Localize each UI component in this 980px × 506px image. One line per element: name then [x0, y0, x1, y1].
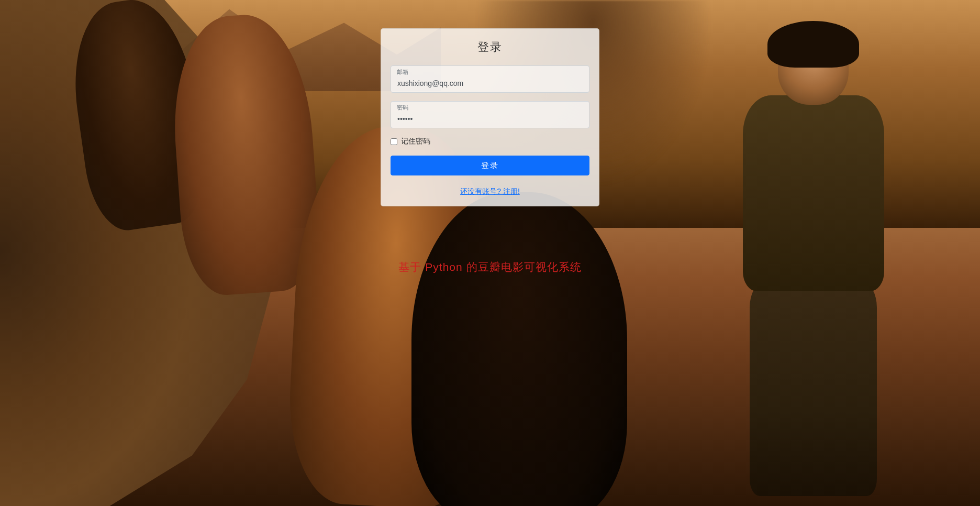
email-group: 邮箱: [391, 65, 589, 93]
email-field[interactable]: [391, 65, 589, 93]
login-button[interactable]: 登录: [391, 156, 589, 175]
login-title: 登录: [391, 39, 589, 55]
system-title: 基于 Python 的豆瓣电影可视化系统: [398, 260, 581, 274]
login-card: 登录 邮箱 密码 记住密码 登录 还没有账号? 注册!: [381, 28, 599, 206]
register-link[interactable]: 还没有账号? 注册!: [391, 187, 589, 196]
remember-row: 记住密码: [391, 137, 589, 146]
password-field[interactable]: [391, 101, 589, 128]
remember-label[interactable]: 记住密码: [401, 137, 430, 146]
password-group: 密码: [391, 101, 589, 128]
remember-checkbox[interactable]: [391, 138, 397, 145]
